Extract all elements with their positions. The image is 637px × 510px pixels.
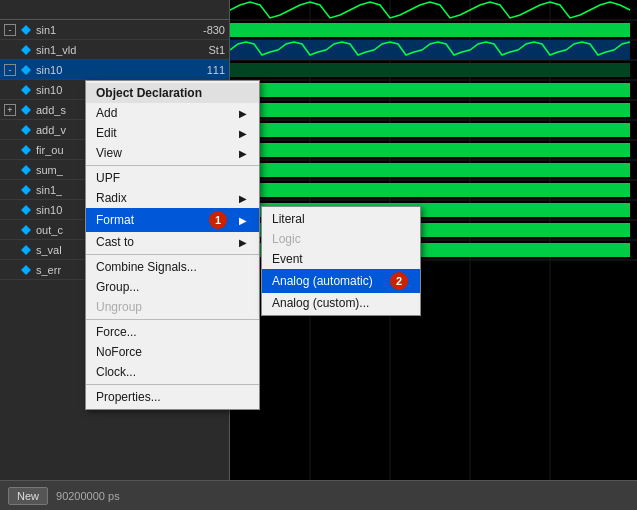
signal-icon [19,63,33,77]
context-menu-header: Object Declaration [86,83,259,103]
menu-item-radix[interactable]: Radix ▶ [86,188,259,208]
svg-rect-39 [230,183,630,197]
svg-rect-38 [230,163,630,177]
menu-item-upf[interactable]: UPF [86,168,259,188]
signal-icon [19,143,33,157]
svg-marker-3 [21,85,31,95]
format-submenu: Literal Logic Event Analog (automatic) 2… [261,206,421,316]
submenu-arrow-radix: ▶ [239,193,247,204]
svg-marker-11 [21,245,31,255]
badge-2: 2 [390,272,408,290]
signal-row-sin1[interactable]: - sin1 -830 [0,20,229,40]
signal-list-header [0,0,229,20]
menu-item-combine[interactable]: Combine Signals... [86,257,259,277]
svg-marker-0 [21,25,31,35]
submenu-arrow-castto: ▶ [239,237,247,248]
menu-item-castto[interactable]: Cast to ▶ [86,232,259,252]
signal-icon [19,23,33,37]
svg-rect-33 [230,63,630,77]
menu-item-edit[interactable]: Edit ▶ [86,123,259,143]
menu-item-clock[interactable]: Clock... [86,362,259,382]
svg-marker-5 [21,125,31,135]
svg-marker-12 [21,265,31,275]
menu-item-properties[interactable]: Properties... [86,387,259,407]
separator-2 [86,254,259,255]
menu-item-ungroup: Ungroup [86,297,259,317]
menu-item-add[interactable]: Add ▶ [86,103,259,123]
signal-row-sin10[interactable]: - sin10 111 [0,60,229,80]
submenu-arrow-add: ▶ [239,108,247,119]
svg-rect-35 [230,103,630,117]
svg-rect-37 [230,143,630,157]
submenu-item-literal[interactable]: Literal [262,209,420,229]
signal-icon [19,123,33,137]
context-menu: Object Declaration Add ▶ Edit ▶ View ▶ U… [85,80,260,410]
svg-marker-8 [21,185,31,195]
signal-icon [19,103,33,117]
svg-marker-6 [21,145,31,155]
signal-icon [19,183,33,197]
separator-3 [86,319,259,320]
badge-1: 1 [209,211,227,229]
menu-item-group[interactable]: Group... [86,277,259,297]
expand-adds[interactable]: + [4,104,16,116]
svg-rect-36 [230,123,630,137]
submenu-arrow-view: ▶ [239,148,247,159]
signal-icon [19,243,33,257]
separator-4 [86,384,259,385]
time-value: 90200000 ps [56,490,120,502]
submenu-item-logic: Logic [262,229,420,249]
signal-row-sin1vld[interactable]: sin1_vld St1 [0,40,229,60]
menu-item-noforce[interactable]: NoForce [86,342,259,362]
menu-item-view[interactable]: View ▶ [86,143,259,163]
signal-icon [19,223,33,237]
svg-marker-4 [21,105,31,115]
separator-1 [86,165,259,166]
svg-marker-10 [21,225,31,235]
expand-sin10[interactable]: - [4,64,16,76]
svg-marker-1 [21,45,31,55]
svg-marker-2 [21,65,31,75]
expand-sin1[interactable]: - [4,24,16,36]
signal-icon [19,263,33,277]
submenu-item-analog-custom[interactable]: Analog (custom)... [262,293,420,313]
menu-item-format[interactable]: Format 1 ▶ Literal Logic Event Analog (a… [86,208,259,232]
signal-icon [19,203,33,217]
submenu-item-event[interactable]: Event [262,249,420,269]
svg-marker-9 [21,205,31,215]
new-button[interactable]: New [8,487,48,505]
signal-icon [19,163,33,177]
signal-icon [19,83,33,97]
signal-icon [19,43,33,57]
submenu-arrow-format: ▶ [239,215,247,226]
bottom-toolbar: New 90200000 ps [0,480,637,510]
submenu-arrow-edit: ▶ [239,128,247,139]
svg-rect-31 [230,23,630,37]
svg-rect-34 [230,83,630,97]
submenu-item-analog-auto[interactable]: Analog (automatic) 2 [262,269,420,293]
menu-item-force[interactable]: Force... [86,322,259,342]
svg-marker-7 [21,165,31,175]
